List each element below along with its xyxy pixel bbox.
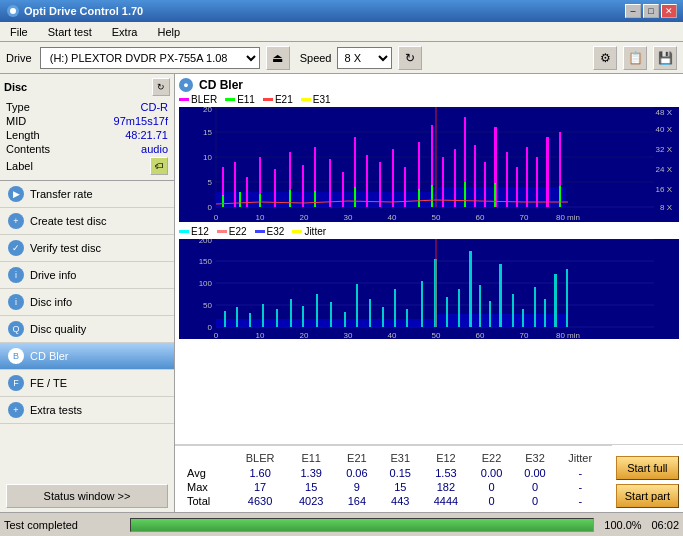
menu-help[interactable]: Help [151, 24, 186, 40]
legend-jitter: Jitter [292, 226, 326, 237]
nav-verify-test-disc[interactable]: ✓ Verify test disc [0, 235, 174, 262]
stats-col-e32: E32 [513, 450, 556, 466]
start-part-button[interactable]: Start part [616, 484, 679, 508]
drive-info-icon: i [8, 267, 24, 283]
title-bar: Opti Drive Control 1.70 – □ ✕ [0, 0, 683, 22]
svg-rect-51 [484, 162, 486, 207]
stats-row: Avg1.601.390.060.151.530.000.00- [183, 466, 604, 480]
minimize-button[interactable]: – [625, 4, 641, 18]
nav-extra-tests[interactable]: + Extra tests [0, 397, 174, 424]
legend-e21: E21 [263, 94, 293, 105]
content-area: ● CD Bler BLER E11 E21 [175, 74, 683, 512]
svg-text:0: 0 [214, 213, 219, 222]
config-button[interactable]: ⚙ [593, 46, 617, 70]
svg-rect-98 [302, 306, 304, 327]
drive-select[interactable]: (H:) PLEXTOR DVDR PX-755A 1.08 [40, 47, 260, 69]
svg-text:50: 50 [432, 331, 441, 339]
stats-col-e31: E31 [379, 450, 422, 466]
status-text: Test completed [4, 519, 124, 531]
refresh-button[interactable]: ↻ [398, 46, 422, 70]
title-text: Opti Drive Control 1.70 [24, 5, 143, 17]
speed-select[interactable]: 8 X [337, 47, 392, 69]
status-time: 06:02 [651, 519, 679, 531]
menu-file[interactable]: File [4, 24, 34, 40]
svg-rect-104 [382, 307, 384, 327]
svg-rect-59 [222, 195, 224, 207]
disc-type-row: Type CD-R [4, 100, 170, 114]
svg-text:32 X: 32 X [656, 145, 673, 154]
maximize-button[interactable]: □ [643, 4, 659, 18]
stats-row-cell: 0 [470, 480, 513, 494]
svg-rect-28 [216, 192, 436, 207]
svg-text:150: 150 [199, 257, 213, 266]
disc-refresh-button[interactable]: ↻ [152, 78, 170, 96]
stats-row-cell: 17 [233, 480, 287, 494]
svg-text:16 X: 16 X [656, 185, 673, 194]
disc-mid-row: MID 97m15s17f [4, 114, 170, 128]
svg-rect-57 [546, 137, 549, 207]
svg-rect-68 [494, 183, 496, 207]
svg-rect-69 [559, 186, 561, 207]
svg-rect-107 [421, 281, 423, 327]
svg-rect-111 [469, 251, 472, 327]
nav-create-test-disc[interactable]: + Create test disc [0, 208, 174, 235]
svg-rect-116 [522, 309, 524, 327]
top-chart-container: 0 5 10 15 20 0 10 20 30 40 50 60 [179, 107, 679, 222]
start-full-button[interactable]: Start full [616, 456, 679, 480]
svg-rect-114 [499, 264, 502, 327]
stats-row-label: Avg [183, 466, 233, 480]
svg-text:0: 0 [208, 203, 213, 212]
log-button[interactable]: 📋 [623, 46, 647, 70]
menu-bar: File Start test Extra Help [0, 22, 683, 42]
menu-starttest[interactable]: Start test [42, 24, 98, 40]
svg-rect-64 [354, 187, 356, 207]
stats-col-bler: BLER [233, 450, 287, 466]
svg-rect-119 [554, 274, 557, 327]
menu-extra[interactable]: Extra [106, 24, 144, 40]
disc-type-label: Type [6, 101, 30, 113]
disc-mid-label: MID [6, 115, 26, 127]
svg-text:30: 30 [344, 213, 353, 222]
close-button[interactable]: ✕ [661, 4, 677, 18]
stats-row-cell: 443 [379, 494, 422, 508]
svg-rect-99 [316, 294, 318, 327]
chart-title-icon: ● [179, 78, 193, 92]
save-button[interactable]: 💾 [653, 46, 677, 70]
chart-title-text: CD Bler [199, 78, 243, 92]
svg-text:80 min: 80 min [556, 331, 580, 339]
stats-col-e11: E11 [287, 450, 335, 466]
disc-mid-value: 97m15s17f [114, 115, 168, 127]
drive-eject-button[interactable]: ⏏ [266, 46, 290, 70]
nav-fe-te[interactable]: F FE / TE [0, 370, 174, 397]
svg-rect-34 [274, 169, 276, 207]
drive-label: Drive [6, 52, 32, 64]
nav-drive-info[interactable]: i Drive info [0, 262, 174, 289]
svg-rect-103 [369, 299, 371, 327]
disc-info-icon: i [8, 294, 24, 310]
svg-rect-36 [302, 165, 304, 207]
svg-text:10: 10 [256, 331, 265, 339]
bottom-chart-legend: E12 E22 E32 Jitter [179, 226, 679, 237]
disc-contents-row: Contents audio [4, 142, 170, 156]
stats-col-jitter: Jitter [557, 450, 604, 466]
svg-rect-63 [314, 191, 316, 207]
chart-area: ● CD Bler BLER E11 E21 [175, 74, 683, 444]
disc-label-icon[interactable]: 🏷 [150, 157, 168, 175]
legend-e11: E11 [225, 94, 255, 105]
svg-rect-67 [464, 182, 466, 207]
bottom-chart-container: 0 50 100 150 200 0 10 20 30 40 50 60 70 … [179, 239, 679, 339]
svg-point-1 [10, 8, 16, 14]
svg-rect-115 [512, 294, 514, 327]
svg-rect-92 [224, 311, 226, 327]
svg-rect-110 [458, 289, 460, 327]
status-window-button[interactable]: Status window >> [6, 484, 168, 508]
svg-text:10: 10 [203, 153, 212, 162]
nav-cd-bler[interactable]: B CD Bler [0, 343, 174, 370]
nav-disc-info[interactable]: i Disc info [0, 289, 174, 316]
svg-rect-109 [446, 297, 448, 327]
disc-header: Disc ↻ [4, 78, 170, 96]
nav-disc-quality[interactable]: Q Disc quality [0, 316, 174, 343]
stats-row-cell: 0 [470, 494, 513, 508]
nav-transfer-rate[interactable]: ▶ Transfer rate [0, 181, 174, 208]
app-icon [6, 4, 20, 18]
